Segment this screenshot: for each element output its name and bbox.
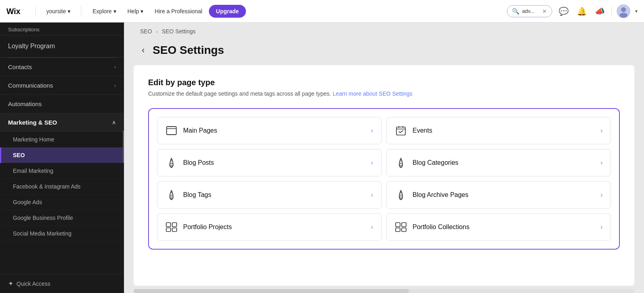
- hire-professional-button[interactable]: Hire a Professional: [150, 6, 207, 17]
- back-icon: ‹: [142, 45, 144, 55]
- learn-more-link[interactable]: Learn more about SEO Settings: [332, 90, 412, 97]
- nav-divider-2: [81, 6, 81, 17]
- horizontal-scrollbar[interactable]: [134, 289, 634, 293]
- card-blog-tags-chevron: ›: [371, 191, 373, 199]
- megaphone-icon[interactable]: 📣: [593, 5, 607, 18]
- card-main-pages[interactable]: Main Pages ›: [157, 117, 382, 144]
- card-blog-archive[interactable]: Blog Archive Pages ›: [386, 181, 611, 209]
- svg-rect-23: [402, 223, 406, 227]
- page-title: SEO Settings: [153, 44, 224, 57]
- card-events-label: Events: [413, 127, 432, 134]
- browser-icon: [165, 125, 178, 137]
- card-portfolio-projects-label: Portfolio Projects: [183, 223, 232, 231]
- upgrade-button[interactable]: Upgrade: [209, 5, 246, 18]
- edit-section-desc: Customize the default page settings and …: [148, 90, 620, 97]
- google-ads-label: Google Ads: [13, 199, 42, 205]
- search-close-icon[interactable]: ✕: [542, 8, 547, 14]
- card-blog-categories-label: Blog Categories: [413, 159, 458, 166]
- svg-rect-22: [396, 223, 400, 227]
- chat-icon[interactable]: 💬: [557, 5, 570, 18]
- upgrade-label: Upgrade: [216, 8, 239, 14]
- card-blog-archive-chevron: ›: [601, 191, 603, 199]
- card-portfolio-collections[interactable]: Portfolio Collections ›: [386, 213, 611, 241]
- avatar[interactable]: [617, 4, 630, 18]
- top-navigation: Wix yoursite ▾ Explore ▾ Help ▾ Hire a P…: [0, 0, 644, 23]
- sidebar-subscriptions-label: Subscriptions: [0, 23, 124, 35]
- avatar-caret-icon[interactable]: ▾: [635, 8, 638, 14]
- nav-divider-3: [611, 6, 612, 17]
- card-portfolio-projects[interactable]: Portfolio Projects ›: [157, 213, 382, 241]
- portfolio-icon-collections: [395, 221, 407, 233]
- breadcrumb-seo-settings[interactable]: SEO Settings: [162, 28, 196, 35]
- notifications-icon[interactable]: 🔔: [575, 5, 588, 18]
- svg-rect-25: [402, 228, 406, 232]
- seo-label: SEO: [13, 152, 25, 158]
- portfolio-icon-projects: [165, 221, 178, 233]
- help-caret-icon: ▾: [140, 8, 143, 14]
- card-main-pages-label: Main Pages: [183, 127, 217, 134]
- sidebar-spacer: [0, 242, 124, 274]
- sidebar-item-communications[interactable]: Communications ›: [0, 76, 124, 95]
- card-portfolio-collections-chevron: ›: [601, 223, 603, 231]
- site-selector[interactable]: yoursite ▾: [42, 6, 74, 17]
- topnav-right-section: 🔍 ✕ 💬 🔔 📣 ▾: [507, 4, 638, 18]
- wix-logo[interactable]: Wix: [6, 6, 26, 16]
- explore-caret-icon: ▾: [114, 8, 116, 14]
- sidebar-item-email-marketing[interactable]: Email Marketing: [0, 163, 124, 179]
- site-caret-icon: ▾: [68, 8, 70, 14]
- svg-point-2: [621, 7, 626, 12]
- automations-label: Automations: [8, 100, 41, 107]
- sidebar-item-fb-ads[interactable]: Facebook & Instagram Ads: [0, 179, 124, 195]
- svg-rect-19: [172, 223, 177, 227]
- top-nav-links: Explore ▾ Help ▾ Hire a Professional Upg…: [88, 5, 504, 18]
- card-events[interactable]: Events ›: [386, 117, 611, 144]
- page-type-grid: Main Pages ›: [148, 108, 620, 250]
- content-panel: Edit by page type Customize the default …: [134, 65, 634, 286]
- contacts-chevron-icon: ›: [114, 64, 116, 70]
- communications-chevron-icon: ›: [114, 82, 116, 88]
- search-bar[interactable]: 🔍 ✕: [507, 5, 552, 17]
- email-marketing-label: Email Marketing: [13, 168, 53, 174]
- sidebar-item-automations[interactable]: Automations: [0, 95, 124, 113]
- sidebar-item-seo[interactable]: SEO: [0, 148, 124, 163]
- sidebar-marketing-seo-header[interactable]: Marketing & SEO ∧: [0, 113, 124, 132]
- sidebar-item-social-media[interactable]: Social Media Marketing: [0, 226, 124, 242]
- main-content: SEO › SEO Settings ‹ SEO Settings Edit b…: [124, 23, 644, 293]
- google-business-label: Google Business Profile: [13, 215, 73, 221]
- card-events-chevron: ›: [601, 127, 603, 134]
- search-input[interactable]: [522, 8, 540, 14]
- svg-rect-21: [172, 228, 177, 232]
- card-blog-posts[interactable]: Blog Posts ›: [157, 149, 382, 176]
- sidebar-item-loyalty[interactable]: Loyalty Program: [0, 35, 124, 57]
- sidebar-quick-access[interactable]: ✦ Quick Access: [0, 274, 124, 293]
- sidebar: Subscriptions Loyalty Program Contacts ›…: [0, 23, 124, 293]
- help-menu[interactable]: Help ▾: [123, 6, 149, 17]
- card-blog-tags[interactable]: Blog Tags ›: [157, 181, 382, 209]
- page-header: ‹ SEO Settings: [124, 40, 644, 65]
- sidebar-scroll-indicator: [123, 131, 124, 163]
- help-label: Help: [128, 8, 139, 14]
- sidebar-item-google-ads[interactable]: Google Ads: [0, 195, 124, 210]
- hire-label: Hire a Professional: [155, 8, 202, 14]
- sidebar-item-marketing-home[interactable]: Marketing Home: [0, 132, 124, 148]
- card-blog-categories[interactable]: Blog Categories ›: [386, 149, 611, 176]
- social-media-label: Social Media Marketing: [13, 230, 72, 237]
- sidebar-item-contacts[interactable]: Contacts ›: [0, 58, 124, 76]
- horizontal-scrollbar-thumb: [134, 289, 409, 293]
- pen-icon-blog-tags: [165, 189, 178, 201]
- search-icon: 🔍: [512, 8, 520, 15]
- svg-text:Wix: Wix: [6, 7, 21, 16]
- calendar-check-icon: [395, 125, 407, 137]
- explore-menu[interactable]: Explore ▾: [88, 6, 121, 17]
- communications-label: Communications: [8, 82, 53, 89]
- body-wrap: Subscriptions Loyalty Program Contacts ›…: [0, 23, 644, 293]
- marketing-home-label: Marketing Home: [13, 136, 54, 143]
- sidebar-item-google-business[interactable]: Google Business Profile: [0, 210, 124, 226]
- breadcrumb-seo[interactable]: SEO: [140, 28, 152, 35]
- back-button[interactable]: ‹: [140, 43, 146, 57]
- pen-icon-blog-posts: [165, 157, 178, 169]
- svg-rect-24: [396, 228, 400, 232]
- card-main-pages-chevron: ›: [371, 127, 373, 134]
- svg-rect-18: [166, 223, 171, 227]
- pen-icon-blog-archive: [395, 189, 407, 201]
